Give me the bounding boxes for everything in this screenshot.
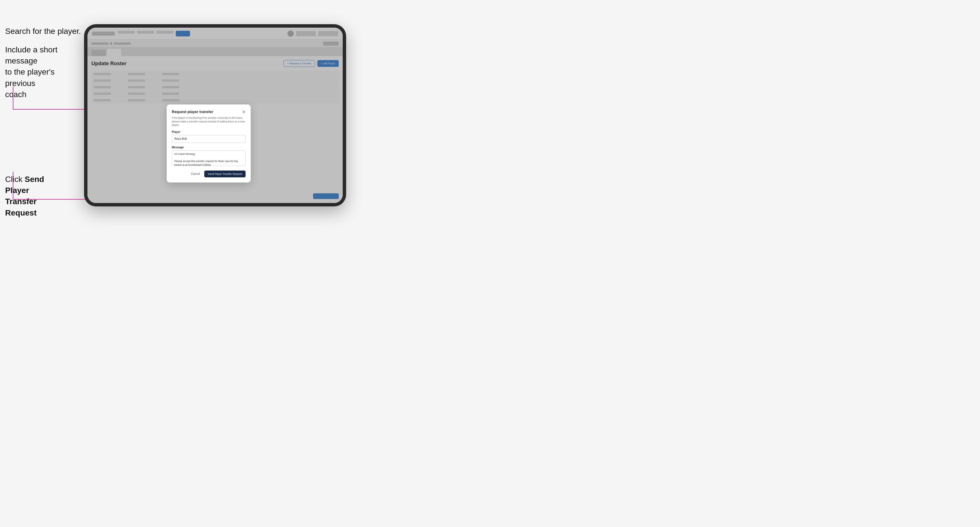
tablet-screen: Update Roster + Request a Transfer + Add… [88,28,343,203]
annotation-click: Click Send Player Transfer Request [5,174,68,218]
tablet-device: Update Roster + Request a Transfer + Add… [84,24,346,206]
annotation-search: Search for the player. [5,25,81,37]
player-label: Player [172,130,245,133]
modal-description: If the player is transferring from anoth… [172,116,245,127]
cancel-button[interactable]: Cancel [189,171,202,177]
arrow-vertical-1 [13,86,13,110]
annotation-message: Include a short message to the player's … [5,44,76,100]
send-transfer-button[interactable]: Send Player Transfer Request [204,171,245,177]
arrow-vertical-bottom [13,172,13,200]
message-label: Message [172,146,245,149]
modal-close-button[interactable]: ✕ [242,110,245,114]
modal-overlay: Request player transfer ✕ If the player … [88,28,343,203]
modal-title: Request player transfer [172,110,213,114]
modal-header: Request player transfer ✕ [172,110,245,114]
player-input[interactable] [172,135,245,143]
modal-footer: Cancel Send Player Transfer Request [172,171,245,177]
request-transfer-modal: Request player transfer ✕ If the player … [167,105,251,183]
message-textarea[interactable]: Hi Coach McHarg, Please accept this tran… [172,150,245,166]
